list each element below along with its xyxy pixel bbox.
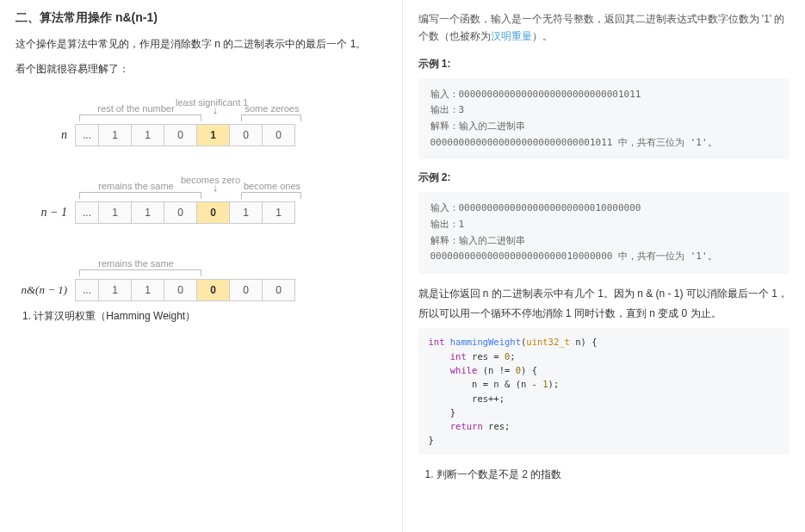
bit-cell: 1	[98, 124, 132, 146]
bit-cell: ...	[75, 124, 99, 146]
bit-cell: 0	[229, 124, 263, 146]
ordered-item-2: 1. 判断一个数是不是 2 的指数	[425, 465, 790, 485]
problem-description: 编写一个函数，输入是一个无符号整数，返回其二进制表达式中数字位数为 '1' 的个…	[418, 10, 790, 46]
bit-cell: 0	[229, 279, 263, 301]
bit-cell: 1	[98, 279, 132, 301]
example-2-block: 输入：00000000000000000000000010000000 输出：1…	[418, 192, 790, 274]
solution-explanation: 就是让你返回 n 的二进制表示中有几个 1。因为 n & (n - 1) 可以消…	[418, 284, 790, 324]
bit-cell: ...	[75, 201, 99, 224]
problem-tail: ）。	[532, 30, 553, 42]
bit-cell-highlight: 0	[196, 201, 230, 224]
diag1-label-right: some zeroes	[234, 103, 310, 114]
right-column: 编写一个函数，输入是一个无符号整数，返回其二进制表达式中数字位数为 '1' 的个…	[403, 0, 806, 532]
diag2-rowlabel: n − 1	[19, 206, 76, 220]
bit-cell: ...	[75, 279, 99, 301]
diag3-rowlabel: n&(n − 1)	[19, 283, 76, 297]
bit-cell-highlight: 1	[196, 124, 230, 146]
diagram-n-and-n-minus-1: remains the same n&(n − 1) ... 1 1 0 0 0…	[19, 246, 383, 301]
bit-cell: 0	[164, 279, 197, 301]
intro-text-1: 这个操作是算法中常见的，作用是消除数字 n 的二进制表示中的最后一个 1。	[15, 34, 387, 54]
diag2-label-mid: becomes zero	[181, 175, 219, 185]
bit-cell: 1	[98, 201, 132, 224]
diagram-n: rest of the number least significant 1 ↓…	[19, 91, 383, 146]
diag1-rowlabel: n	[19, 128, 76, 142]
section-heading: 二、算法常用操作 n&(n-1)	[15, 10, 387, 26]
bit-cell: 0	[262, 124, 295, 146]
left-column: 二、算法常用操作 n&(n-1) 这个操作是算法中常见的，作用是消除数字 n 的…	[0, 0, 403, 532]
example-1-block: 输入：00000000000000000000000000001011 输出：3…	[418, 78, 790, 160]
bit-cell: 1	[131, 201, 164, 224]
diag2-label-right: become ones	[234, 181, 310, 191]
bit-cell: 0	[262, 279, 295, 301]
bit-cell-highlight: 0	[196, 279, 230, 301]
example-1-title: 示例 1:	[418, 54, 790, 74]
hamming-weight-link[interactable]: 汉明重量	[491, 30, 532, 42]
problem-text: 编写一个函数，输入是一个无符号整数，返回其二进制表达式中数字位数为 '1' 的个…	[418, 13, 785, 42]
diag3-label-left: remains the same	[76, 258, 196, 269]
code-block: int hammingWeight(uint32_t n) { int res …	[418, 328, 790, 454]
example-2-title: 示例 2:	[418, 168, 790, 188]
diagram-n-minus-1: remains the same becomes zero ↓ become o…	[19, 169, 383, 224]
bit-cell: 0	[164, 201, 197, 224]
bit-cell: 1	[131, 124, 164, 146]
ordered-item-1: 1. 计算汉明权重（Hamming Weight）	[22, 306, 387, 326]
intro-text-2: 看个图就很容易理解了：	[15, 59, 387, 79]
bit-cell: 0	[164, 124, 197, 146]
diag1-label-mid: least significant 1	[176, 97, 214, 108]
bit-cell: 1	[229, 201, 263, 224]
bit-cell: 1	[262, 201, 295, 224]
diag2-label-left: remains the same	[76, 181, 196, 191]
bit-cell: 1	[131, 279, 164, 301]
